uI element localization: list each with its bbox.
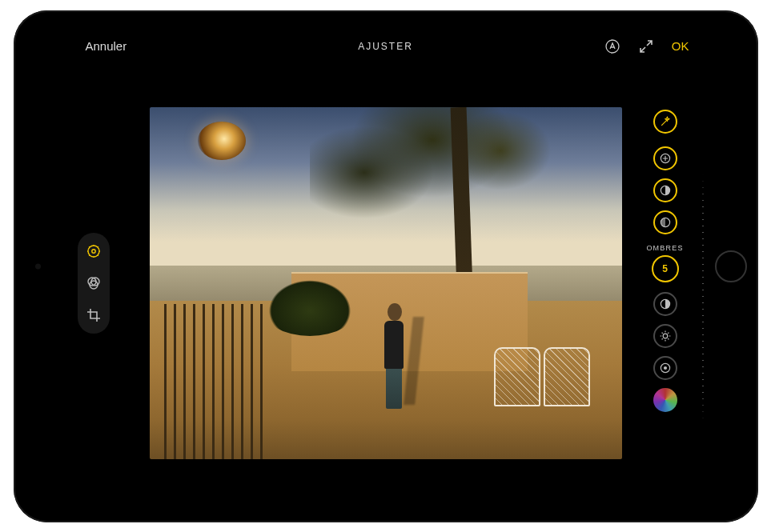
blackpoint-dial[interactable] xyxy=(653,356,677,380)
svg-point-10 xyxy=(663,334,668,338)
screen: Annuler AJUSTER OK xyxy=(68,30,704,503)
filters-tab[interactable] xyxy=(85,274,102,292)
saturation-dial[interactable] xyxy=(653,388,677,412)
fullscreen-icon[interactable] xyxy=(638,38,654,54)
edit-mode-title: AJUSTER xyxy=(358,41,413,52)
adjustment-panel: OMBRES 5 xyxy=(633,110,697,487)
svg-point-12 xyxy=(663,366,666,369)
exposure-dial[interactable] xyxy=(653,146,677,170)
brilliance-dial[interactable] xyxy=(653,178,677,202)
crop-tab[interactable] xyxy=(85,306,102,324)
edit-toolbar: Annuler AJUSTER OK xyxy=(68,30,704,63)
contrast-dial[interactable] xyxy=(653,292,677,316)
home-button[interactable] xyxy=(715,250,747,282)
value-slider[interactable] xyxy=(702,174,704,422)
toolbar-right-group: OK xyxy=(604,38,689,54)
cancel-button[interactable]: Annuler xyxy=(86,39,127,53)
svg-point-2 xyxy=(91,249,94,252)
brightness-dial[interactable] xyxy=(653,324,677,348)
edit-mode-tabs xyxy=(78,233,110,334)
edit-canvas-area: OMBRES 5 xyxy=(68,63,704,503)
shadows-dial[interactable]: 5 xyxy=(652,255,679,282)
highlights-dial[interactable] xyxy=(653,210,677,234)
slider-ticks xyxy=(702,174,704,422)
ipad-device-frame: Annuler AJUSTER OK xyxy=(14,10,758,522)
photo-preview[interactable] xyxy=(150,107,622,459)
svg-point-1 xyxy=(88,246,99,257)
front-camera xyxy=(35,263,41,269)
adjust-tab[interactable] xyxy=(85,242,102,260)
selected-adjustment-label: OMBRES xyxy=(646,244,683,252)
markup-icon[interactable] xyxy=(604,38,620,54)
done-button[interactable]: OK xyxy=(672,39,689,53)
auto-enhance-button[interactable] xyxy=(653,110,677,134)
